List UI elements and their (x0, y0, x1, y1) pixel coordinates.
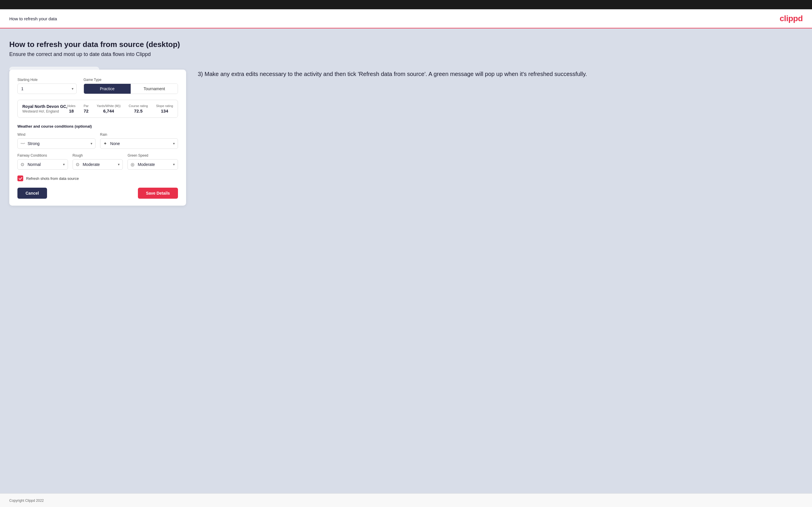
green-speed-group: Green Speed ◎ Moderate Slow Fast ▾ (128, 154, 178, 170)
holes-stat: Holes 18 (67, 104, 75, 113)
action-buttons: Cancel Save Details (17, 188, 178, 199)
rough-select-wrapper[interactable]: ⊙ Moderate Light Heavy ▾ (72, 159, 123, 170)
cancel-button[interactable]: Cancel (17, 188, 47, 199)
slope-rating-label: Slope rating (156, 104, 173, 108)
practice-button[interactable]: Practice (84, 84, 131, 94)
header: How to refresh your data clippd (0, 9, 812, 29)
partial-card-top (9, 67, 99, 70)
starting-hole-group: Starting Hole 1 10 ▾ (17, 78, 77, 94)
course-name: Royal North Devon GC, (22, 104, 67, 109)
wind-select[interactable]: Strong None Light Moderate (18, 138, 95, 149)
rain-label: Rain (100, 132, 178, 136)
side-text: 3) Make any extra edits necessary to the… (198, 67, 803, 78)
course-row: Royal North Devon GC, Westward Ho!, Engl… (17, 100, 178, 118)
wind-select-wrapper[interactable]: 〰 Strong None Light Moderate ▾ (17, 138, 96, 149)
starting-hole-select[interactable]: 1 10 (18, 84, 77, 94)
holes-label: Holes (67, 104, 75, 108)
page-subheading: Ensure the correct and most up to date d… (9, 51, 803, 57)
wind-group: Wind 〰 Strong None Light Moderate ▾ (17, 132, 96, 149)
course-rating-stat: Course rating 72.5 (129, 104, 148, 113)
fairway-label: Fairway Conditions (17, 154, 68, 158)
par-stat: Par 72 (84, 104, 89, 113)
refresh-checkbox[interactable] (17, 175, 23, 181)
starting-hole-select-wrapper[interactable]: 1 10 ▾ (17, 83, 77, 94)
conditions-title: Weather and course conditions (optional) (17, 124, 178, 128)
game-type-buttons: Practice Tournament (84, 83, 178, 94)
conditions-grid-3: Fairway Conditions ⊙ Normal Firm Soft ▾ (17, 154, 178, 170)
fairway-select-wrapper[interactable]: ⊙ Normal Firm Soft ▾ (17, 159, 68, 170)
slope-rating-value: 134 (156, 109, 173, 113)
fairway-group: Fairway Conditions ⊙ Normal Firm Soft ▾ (17, 154, 68, 170)
top-form-row: Starting Hole 1 10 ▾ Game Type Practi (17, 78, 178, 94)
game-type-group: Game Type Practice Tournament (84, 78, 178, 94)
edit-card: Starting Hole 1 10 ▾ Game Type Practi (9, 70, 186, 206)
main-content: How to refresh your data from source (de… (0, 29, 812, 493)
top-bar (0, 0, 812, 9)
green-speed-label: Green Speed (128, 154, 178, 158)
course-info: Royal North Devon GC, Westward Ho!, Engl… (22, 104, 67, 113)
par-value: 72 (84, 109, 89, 113)
yards-label: Yards/White (M)) (97, 104, 120, 108)
rough-group: Rough ⊙ Moderate Light Heavy ▾ (72, 154, 123, 170)
rough-select[interactable]: Moderate Light Heavy (73, 160, 123, 169)
course-rating-label: Course rating (129, 104, 148, 108)
rain-select[interactable]: None Light Heavy (100, 138, 178, 149)
yards-stat: Yards/White (M)) 6,744 (97, 104, 120, 113)
starting-hole-label: Starting Hole (17, 78, 77, 82)
course-stats: Holes 18 Par 72 Yards/White (M)) 6,744 (67, 104, 173, 113)
rain-group: Rain ✦ None Light Heavy ▾ (100, 132, 178, 149)
tournament-button[interactable]: Tournament (131, 84, 178, 94)
game-type-label: Game Type (84, 78, 178, 82)
fairway-select[interactable]: Normal Firm Soft (18, 160, 68, 169)
footer: Copyright Clippd 2022 (0, 493, 812, 507)
rain-select-wrapper[interactable]: ✦ None Light Heavy ▾ (100, 138, 178, 149)
rough-label: Rough (72, 154, 123, 158)
refresh-label: Refresh shots from data source (26, 176, 79, 181)
green-speed-select[interactable]: Moderate Slow Fast (128, 160, 178, 169)
logo: clippd (780, 14, 803, 23)
content-area: Starting Hole 1 10 ▾ Game Type Practi (9, 67, 803, 206)
holes-value: 18 (67, 109, 75, 113)
page-heading: How to refresh your data from source (de… (9, 40, 803, 49)
side-text-content: 3) Make any extra edits necessary to the… (198, 70, 803, 78)
course-rating-value: 72.5 (129, 109, 148, 113)
yards-value: 6,744 (97, 109, 120, 113)
course-location: Westward Ho!, England (22, 109, 67, 113)
refresh-checkbox-row[interactable]: Refresh shots from data source (17, 175, 178, 181)
par-label: Par (84, 104, 89, 108)
conditions-grid-2: Wind 〰 Strong None Light Moderate ▾ (17, 132, 178, 149)
slope-rating-stat: Slope rating 134 (156, 104, 173, 113)
save-button[interactable]: Save Details (138, 188, 178, 199)
wind-label: Wind (17, 132, 96, 136)
green-speed-select-wrapper[interactable]: ◎ Moderate Slow Fast ▾ (128, 159, 178, 170)
footer-text: Copyright Clippd 2022 (9, 499, 44, 503)
card-container: Starting Hole 1 10 ▾ Game Type Practi (9, 67, 186, 206)
header-title: How to refresh your data (9, 16, 57, 21)
